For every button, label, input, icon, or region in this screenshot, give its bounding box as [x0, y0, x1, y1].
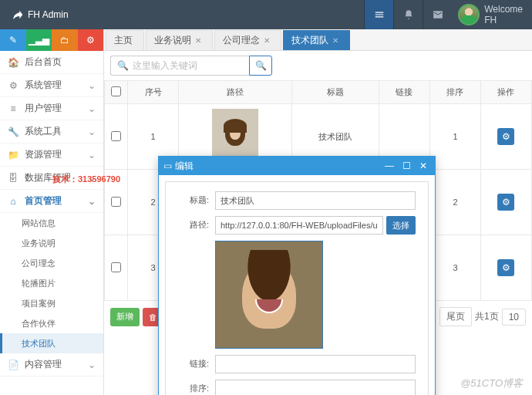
sub-siteinfo[interactable]: 网站信息 — [0, 213, 103, 233]
modal-header[interactable]: ▭ 编辑 — ☐ ✕ — [159, 157, 435, 175]
sidebar: ✎ ▁▃▅ 🗀 ⚙ 🏠后台首页 ⚙系统管理⌄ ≡用户管理⌄ 🔧系统工具⌄ 📁资源… — [0, 29, 104, 395]
row-action[interactable]: ⚙ — [497, 259, 514, 276]
sidebar-item-users[interactable]: ≡用户管理⌄ — [0, 97, 103, 120]
folder-icon: 📁 — [8, 150, 19, 160]
row-action[interactable]: ⚙ — [497, 194, 514, 211]
tool-settings[interactable]: ⚙ — [78, 29, 104, 51]
chevron-down-icon: ⌄ — [88, 80, 96, 91]
tool-chart[interactable]: ▁▃▅ — [26, 29, 52, 51]
tab-concept[interactable]: 公司理念✕ — [214, 30, 281, 50]
row-checkbox[interactable] — [111, 197, 121, 207]
sub-projects[interactable]: 项目案例 — [0, 293, 103, 313]
window-icon: ▭ — [163, 160, 172, 171]
tab-business[interactable]: 业务说明✕ — [146, 30, 213, 50]
sidebar-item-system[interactable]: ⚙系统管理⌄ — [0, 74, 103, 97]
brand: FH Admin — [0, 8, 79, 21]
modal-max[interactable]: ☐ — [399, 160, 413, 171]
tab-bar: 主页 业务说明✕ 公司理念✕ 技术团队✕ — [104, 29, 532, 51]
sidebar-item-resource[interactable]: 📁资源管理⌄ — [0, 143, 103, 167]
sub-business[interactable]: 业务说明 — [0, 233, 103, 253]
gear-icon: ⚙ — [8, 80, 19, 91]
search-button[interactable]: 🔍 — [249, 56, 272, 76]
pick-button[interactable]: 选择 — [386, 216, 416, 235]
page-size[interactable]: 10 — [502, 309, 526, 326]
sidebar-item-dashboard[interactable]: 🏠后台首页 — [0, 51, 103, 74]
field-link[interactable] — [215, 355, 416, 373]
row-checkbox[interactable] — [111, 262, 121, 272]
select-all[interactable] — [111, 86, 121, 96]
db-icon: 🗄 — [8, 173, 19, 184]
modal-close[interactable]: ✕ — [416, 160, 430, 171]
field-path[interactable] — [215, 216, 383, 235]
page-last[interactable]: 尾页 — [439, 307, 472, 326]
modal-min[interactable]: — — [382, 160, 396, 171]
sub-partners[interactable]: 合作伙伴 — [0, 313, 103, 333]
avatar[interactable] — [458, 4, 480, 25]
pager: 尾页 共1页 10 — [439, 307, 526, 326]
edit-modal: ▭ 编辑 — ☐ ✕ 标题: 路径:选择 链接: 排序: 备注: — [158, 156, 436, 395]
close-icon[interactable]: ✕ — [332, 36, 338, 45]
leaf-icon — [11, 8, 23, 21]
top-mail-button[interactable] — [423, 0, 452, 29]
sidebar-item-tools[interactable]: 🔧系统工具⌄ — [0, 120, 103, 143]
welcome-text: WelcomeFH — [480, 4, 532, 26]
tool-edit[interactable]: ✎ — [0, 29, 26, 51]
sidebar-item-content[interactable]: 📄内容管理⌄ — [0, 353, 103, 376]
watermark: @51CTO博客 — [460, 376, 523, 390]
sub-team[interactable]: 技术团队 — [0, 333, 103, 353]
close-icon[interactable]: ✕ — [195, 36, 201, 45]
row-checkbox[interactable] — [111, 131, 121, 141]
wrench-icon: 🔧 — [8, 127, 19, 137]
top-menu-button[interactable] — [364, 0, 393, 29]
house-icon: ⌂ — [8, 196, 19, 207]
home-icon: 🏠 — [8, 57, 19, 68]
new-button[interactable]: 新增 — [110, 308, 140, 326]
doc-icon: 📄 — [8, 360, 19, 370]
search-input[interactable]: 🔍 这里输入关键词 — [110, 56, 249, 76]
sub-concept[interactable]: 公司理念 — [0, 253, 103, 273]
tab-home[interactable]: 主页 — [106, 30, 144, 50]
tool-folder[interactable]: 🗀 — [52, 29, 78, 51]
sub-carousel[interactable]: 轮播图片 — [0, 273, 103, 293]
image-preview — [215, 241, 323, 349]
sidebar-item-homepage[interactable]: ⌂首页管理⌄ — [0, 190, 103, 213]
tab-team[interactable]: 技术团队✕ — [283, 30, 350, 50]
top-bell-button[interactable] — [393, 0, 423, 29]
field-sort[interactable] — [215, 380, 416, 395]
close-icon[interactable]: ✕ — [264, 36, 270, 45]
field-title[interactable] — [215, 191, 416, 210]
contact-overlay: 技术：313596790 — [52, 174, 120, 185]
list-icon: ≡ — [8, 103, 19, 114]
row-action[interactable]: ⚙ — [497, 128, 514, 145]
